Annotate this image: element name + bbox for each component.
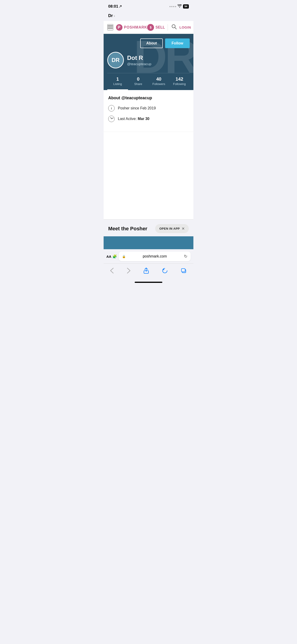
clock-icon [108, 116, 115, 122]
last-active-label: Last Active: [118, 117, 138, 121]
stat-following-label: Following [173, 82, 186, 86]
about-section-title: About @teacupteacup [108, 96, 189, 100]
nav-left: P POSHMARK [107, 24, 147, 31]
poshmark-logo[interactable]: P POSHMARK [116, 24, 147, 31]
url-text: poshmark.com [127, 254, 182, 258]
status-time: 08:01 [108, 4, 122, 9]
nav-right: $ SELL LOGIN [147, 23, 191, 32]
signal-icon [170, 6, 176, 7]
browser-tabs-button[interactable] [178, 266, 190, 275]
wifi-icon [178, 4, 182, 8]
sell-icon: $ [147, 24, 154, 31]
lock-icon: 🔒 [122, 255, 126, 258]
about-button[interactable]: About [140, 38, 163, 48]
teal-footer-banner [104, 236, 194, 249]
stat-shares-number: 0 [137, 76, 140, 82]
follow-button[interactable]: Follow [165, 38, 190, 48]
profile-action-buttons: About Follow [107, 38, 190, 48]
stat-shares-label: Share [134, 82, 142, 86]
battery-text: 94 [184, 5, 188, 8]
back-label: Dr [108, 13, 113, 18]
last-active-text: Last Active: Mar 30 [118, 117, 150, 121]
profile-username: @teacupteacup [127, 62, 151, 66]
home-indicator [104, 280, 194, 285]
poshmark-logo-text: POSHMARK [124, 25, 147, 30]
browser-aa-text: AA [106, 254, 112, 258]
stats-row: 1 Listing 0 Share 40 Followers 142 Follo… [107, 73, 190, 90]
sell-button[interactable]: $ SELL [147, 24, 165, 31]
sell-label: SELL [156, 25, 165, 30]
svg-line-6 [175, 28, 176, 29]
search-button[interactable] [170, 23, 178, 32]
open-in-app-button[interactable]: OPEN IN APP ✕ [155, 224, 189, 233]
reload-button[interactable]: ↻ [184, 254, 188, 259]
stat-shares[interactable]: 0 Share [128, 73, 149, 90]
stat-following[interactable]: 142 Following [169, 73, 190, 90]
last-active-item: Last Active: Mar 30 [108, 116, 189, 122]
poshmark-p-icon: P [116, 24, 122, 31]
stat-listings[interactable]: 1 Listing [107, 73, 128, 90]
hamburger-menu-button[interactable] [107, 24, 113, 30]
posher-since-item: i Posher since Feb 2019 [108, 105, 189, 112]
browser-bookmarks-button[interactable] [159, 266, 170, 275]
browser-url-bar[interactable]: 🔒 poshmark.com ↻ [119, 252, 191, 261]
location-arrow-icon [119, 5, 122, 8]
nav-divider [168, 24, 168, 31]
top-nav-bar: P POSHMARK $ SELL LOGIN [104, 21, 194, 34]
meet-posher-section: Meet the Posher OPEN IN APP ✕ [104, 219, 194, 233]
last-active-date: Mar 30 [138, 117, 150, 121]
battery-indicator: 94 [183, 4, 189, 8]
profile-display-name: Dot R [127, 54, 151, 62]
avatar: DR [107, 52, 124, 68]
browser-back-button[interactable] [107, 266, 116, 275]
back-chevron-icon: › [114, 14, 115, 18]
info-icon: i [108, 105, 115, 112]
status-bar: 08:01 94 [104, 0, 194, 12]
browser-font-size-control[interactable]: AA 🧩 [106, 254, 117, 259]
browser-nav-bar [104, 264, 194, 280]
empty-content-area [104, 132, 194, 219]
stat-listings-number: 1 [116, 76, 119, 82]
meet-posher-title: Meet the Posher [108, 226, 147, 232]
svg-text:P: P [118, 25, 120, 30]
stat-followers-number: 40 [156, 76, 162, 82]
profile-banner: DR About Follow DR Dot R @teacupteacup 1… [104, 34, 194, 90]
stat-following-number: 142 [176, 76, 183, 82]
profile-info: DR Dot R @teacupteacup [107, 52, 190, 68]
profile-names: Dot R @teacupteacup [127, 54, 151, 66]
posher-since-text: Posher since Feb 2019 [118, 106, 156, 110]
browser-share-button[interactable] [141, 266, 152, 275]
time-text: 08:01 [108, 4, 118, 9]
status-icons: 94 [170, 4, 189, 8]
close-pill-icon: ✕ [182, 226, 185, 231]
stat-followers-label: Followers [152, 82, 165, 86]
browser-extensions-icon: 🧩 [112, 254, 117, 259]
home-bar [135, 282, 162, 283]
stat-followers[interactable]: 40 Followers [148, 73, 169, 90]
browser-address-bar: AA 🧩 🔒 poshmark.com ↻ [104, 249, 194, 264]
login-button[interactable]: LOGIN [179, 25, 191, 29]
meet-posher-row: Meet the Posher OPEN IN APP ✕ [108, 224, 189, 233]
about-section: About @teacupteacup i Posher since Feb 2… [104, 90, 194, 132]
open-in-app-label: OPEN IN APP [159, 227, 180, 230]
stat-listings-label: Listing [113, 82, 122, 86]
back-navigation[interactable]: Dr › [104, 12, 194, 21]
avatar-initials: DR [112, 57, 120, 63]
svg-rect-9 [182, 268, 185, 272]
browser-forward-button[interactable] [124, 266, 133, 275]
